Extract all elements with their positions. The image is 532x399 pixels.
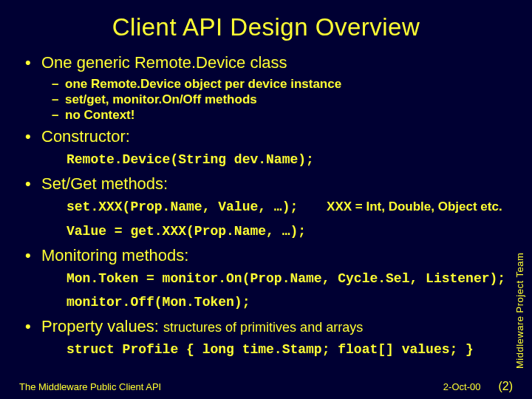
sub-bullet: set/get, monitor.On/Off methods (52, 92, 514, 107)
code-annotation: XXX = Int, Double, Object etc. (327, 200, 502, 214)
footer-page: (2) (498, 380, 513, 393)
code-text: set.XXX(Prop.Name, Value, …); (66, 200, 298, 214)
footer-date: 2-Oct-00 (443, 381, 481, 392)
sub-bullets-remote-device: one Remote.Device object per device inst… (25, 77, 514, 123)
slide: Client API Design Overview One generic R… (0, 0, 532, 399)
sub-bullet: no Context! (52, 108, 514, 123)
bullet-property-values: Property values: structures of primitive… (25, 317, 514, 336)
footer: The Middleware Public Client API 2-Oct-0… (19, 380, 513, 393)
sub-bullet: one Remote.Device object per device inst… (52, 77, 514, 92)
bullet-text-a: Property values: (41, 317, 163, 335)
bullet-monitoring: Monitoring methods: (25, 246, 514, 265)
bullet-setget: Set/Get methods: (25, 174, 514, 194)
code-constructor: Remote.Device(String dev.Name); (66, 151, 514, 168)
code-set: set.XXX(Prop.Name, Value, …); XXX = Int,… (66, 198, 514, 216)
bullet-remote-device: One generic Remote.Device class (25, 53, 514, 72)
slide-title: Client API Design Overview (18, 13, 514, 41)
footer-left: The Middleware Public Client API (19, 381, 161, 392)
side-team-label: Middleware Project Team (514, 244, 528, 377)
code-get: Value = get.XXX(Prop.Name, …); (66, 222, 514, 240)
code-monitor-on: Mon.Token = monitor.On(Prop.Name, Cycle.… (66, 270, 514, 287)
bullet-constructor: Constructor: (25, 127, 514, 146)
code-struct: struct Profile { long time.Stamp; float[… (66, 341, 514, 358)
bullet-text-b: structures of primitives and arrays (163, 320, 363, 335)
bullet-list: One generic Remote.Device class one Remo… (18, 53, 514, 359)
code-monitor-off: monitor.Off(Mon.Token); (66, 293, 514, 311)
